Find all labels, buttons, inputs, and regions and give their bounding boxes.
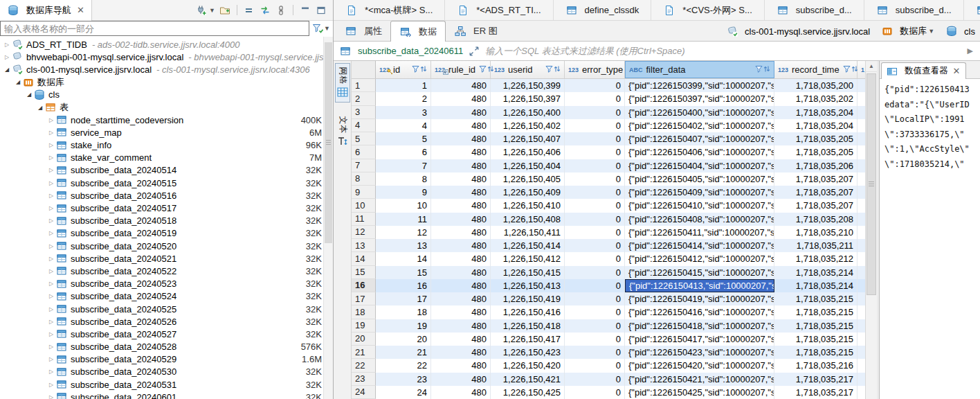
- cell-rule_id[interactable]: 480: [431, 279, 491, 292]
- cell-rule_id[interactable]: 480: [431, 266, 491, 279]
- cell-filter_data[interactable]: {"pid":1226150425,"sid":10000207,"source: [625, 386, 774, 399]
- cell-record_time[interactable]: 1,718,035,205: [774, 132, 858, 145]
- breadcrumb-item[interactable]: cls-001-mysql.service.jjsrv.local: [721, 24, 875, 38]
- row-number[interactable]: 23: [352, 373, 376, 386]
- cell-record_time[interactable]: 1,718,035,216: [774, 359, 858, 372]
- cell-id[interactable]: 9: [376, 186, 431, 199]
- cell-next[interactable]: [858, 79, 865, 92]
- cell-record_time[interactable]: 1,718,035,214: [774, 279, 858, 292]
- cell-next[interactable]: [858, 319, 865, 332]
- cell-next[interactable]: [858, 132, 865, 145]
- cell-filter_data[interactable]: {"pid":1226150414,"sid":10000207,"source: [625, 239, 774, 252]
- expand-arrow-icon[interactable]: ▷: [47, 167, 55, 173]
- cell-next[interactable]: [858, 305, 865, 319]
- cell-filter_data[interactable]: {"pid":1226150408,"sid":10000207,"source: [625, 213, 774, 226]
- tab-value-viewer[interactable]: 数值查看器 ✕: [881, 62, 966, 79]
- cell-rule_id[interactable]: 480: [431, 145, 491, 159]
- cell-id[interactable]: 3: [376, 106, 431, 119]
- cell-next[interactable]: [858, 266, 865, 279]
- tree-item-connection[interactable]: ◢cls-001-mysql.service.jjsrv.local- cls-…: [0, 63, 333, 76]
- column-header-error_type[interactable]: 123error_type: [565, 61, 625, 78]
- column-header-userid[interactable]: 123userid: [491, 61, 565, 78]
- breadcrumb-item[interactable]: cls: [941, 24, 980, 38]
- cell-userid[interactable]: 1,226,150,411: [491, 226, 565, 239]
- cell-rule_id[interactable]: 480: [431, 305, 491, 319]
- expand-arrow-icon[interactable]: ▷: [47, 218, 55, 224]
- cell-userid[interactable]: 1,226,150,417: [491, 332, 565, 346]
- cell-error_type[interactable]: 0: [565, 79, 625, 92]
- cell-error_type[interactable]: 0: [565, 359, 625, 372]
- cell-rule_id[interactable]: 480: [431, 92, 491, 105]
- cell-error_type[interactable]: 0: [565, 199, 625, 212]
- tree-item-table[interactable]: ▷subscribe_data_2024051432K: [0, 164, 333, 177]
- cell-error_type[interactable]: 0: [565, 332, 625, 346]
- cell-id[interactable]: 8: [376, 172, 431, 186]
- cell-id[interactable]: 20: [376, 332, 431, 346]
- tree-item-table[interactable]: ▷subscribe_data_2024051532K: [0, 177, 333, 189]
- cell-userid[interactable]: 1,226,150,415: [491, 266, 565, 279]
- cell-rule_id[interactable]: 480: [431, 373, 491, 386]
- row-number[interactable]: 19: [352, 319, 376, 332]
- cell-next[interactable]: [858, 386, 865, 399]
- cell-next[interactable]: [858, 226, 865, 239]
- row-number[interactable]: 22: [352, 359, 376, 372]
- cell-error_type[interactable]: 0: [565, 279, 625, 292]
- cell-error_type[interactable]: 0: [565, 226, 625, 239]
- cell-rule_id[interactable]: 480: [431, 319, 491, 332]
- cell-next[interactable]: [858, 239, 865, 252]
- minimize-icon[interactable]: [299, 4, 311, 17]
- cell-next[interactable]: [858, 252, 865, 265]
- cell-filter_data[interactable]: {"pid":1226150409,"sid":10000207,"source: [625, 186, 774, 199]
- navigator-scrollbar[interactable]: [323, 37, 333, 399]
- cell-next[interactable]: [858, 346, 865, 359]
- tree-item-table[interactable]: ▷subscribe_data_2024060132K: [0, 391, 333, 399]
- new-folder-icon[interactable]: [219, 4, 231, 17]
- row-number[interactable]: 6: [352, 145, 376, 159]
- row-number[interactable]: 4: [352, 119, 376, 132]
- cell-filter_data[interactable]: {"pid":1226150411,"sid":10000207,"source: [625, 226, 774, 239]
- editor-tab-3[interactable]: *<CVS-外网> S...: [651, 0, 764, 20]
- expand-arrow-icon[interactable]: ▷: [47, 230, 55, 236]
- cell-record_time[interactable]: 1,718,035,208: [774, 213, 858, 226]
- row-number[interactable]: 9: [352, 186, 376, 199]
- column-header-record_time[interactable]: 123record_time: [774, 61, 858, 78]
- close-icon[interactable]: ✕: [75, 5, 86, 15]
- cell-record_time[interactable]: 1,718,035,215: [774, 346, 858, 359]
- cell-id[interactable]: 4: [376, 119, 431, 132]
- tree-item-table[interactable]: ▷subscribe_data_2024053132K: [0, 378, 333, 391]
- cell-filter_data[interactable]: {"pid":1226150397,"sid":10000207,"source: [625, 92, 774, 105]
- sql-filter-input[interactable]: 输入一个SQL 表达式来过滤结果 (使用Ctrl+Space): [485, 45, 962, 57]
- tree-item-table[interactable]: ▷subscribe_data_2024052032K: [0, 240, 333, 252]
- cell-rule_id[interactable]: 480: [431, 159, 491, 172]
- tree-item-table[interactable]: ▷subscribe_data_2024052232K: [0, 265, 333, 277]
- table-filter-input[interactable]: [0, 21, 309, 36]
- expand-arrow-icon[interactable]: ▷: [47, 268, 55, 274]
- cell-filter_data[interactable]: {"pid":1226150406,"sid":10000207,"source: [625, 145, 774, 159]
- cell-id[interactable]: 6: [376, 145, 431, 159]
- cell-id[interactable]: 7: [376, 159, 431, 172]
- expand-arrow-icon[interactable]: ▷: [47, 369, 55, 375]
- filter-icon[interactable]: [479, 64, 487, 75]
- row-number[interactable]: 17: [352, 292, 376, 305]
- tree-item-folder[interactable]: ◢cls: [0, 89, 333, 101]
- breadcrumb-item[interactable]: 数据库▼: [876, 24, 939, 39]
- filter-settings-icon[interactable]: [312, 22, 325, 35]
- cell-record_time[interactable]: 1,718,035,217: [774, 386, 858, 399]
- new-connection-icon[interactable]: [195, 4, 208, 17]
- sort-icon[interactable]: [554, 64, 561, 75]
- value-viewer-content[interactable]: {"pid":1226150413 edata":"{\"UserID \"Lo…: [880, 79, 980, 399]
- cell-record_time[interactable]: 1,718,035,207: [774, 199, 858, 212]
- row-number[interactable]: 21: [352, 346, 376, 359]
- cell-filter_data[interactable]: {"pid":1226150404,"sid":10000207,"source: [625, 159, 774, 172]
- cell-userid[interactable]: 1,226,150,402: [491, 119, 565, 132]
- sort-icon[interactable]: [763, 64, 770, 75]
- tree-item-table[interactable]: ▷subscribe_data_2024052332K: [0, 278, 333, 290]
- cell-userid[interactable]: 1,226,150,399: [491, 79, 565, 92]
- row-number[interactable]: 1: [352, 79, 376, 92]
- expand-arrow-icon[interactable]: ▷: [47, 382, 55, 388]
- column-header-id[interactable]: 123id: [376, 61, 431, 78]
- cell-error_type[interactable]: 0: [565, 145, 625, 159]
- cell-error_type[interactable]: 0: [565, 239, 625, 252]
- editor-tab-4[interactable]: subscribe_d...: [765, 0, 864, 20]
- filter-icon[interactable]: [755, 64, 763, 75]
